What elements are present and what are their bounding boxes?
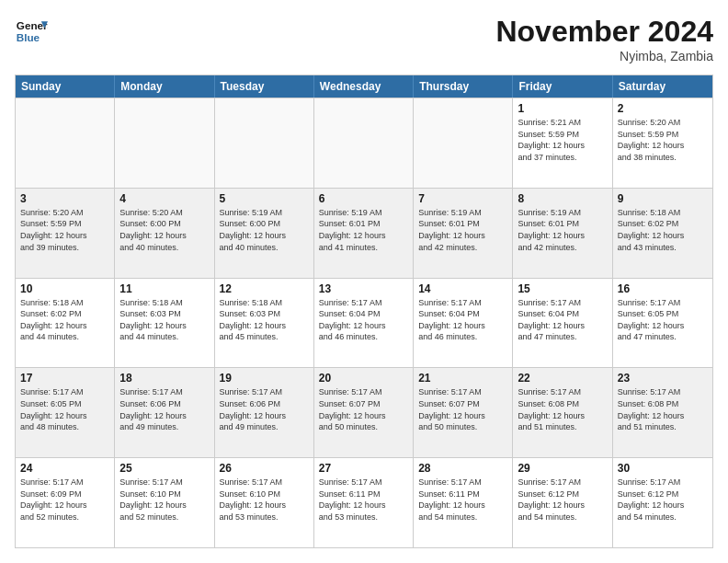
day-number: 27 xyxy=(319,462,408,475)
calendar-row-3: 17Sunrise: 5:17 AM Sunset: 6:05 PM Dayli… xyxy=(16,367,712,457)
day-info: Sunrise: 5:19 AM Sunset: 6:00 PM Dayligh… xyxy=(220,207,309,253)
calendar-cell-r2-c6: 16Sunrise: 5:17 AM Sunset: 6:05 PM Dayli… xyxy=(613,279,712,368)
calendar-cell-r0-c6: 2Sunrise: 5:20 AM Sunset: 5:59 PM Daylig… xyxy=(613,98,712,188)
day-info: Sunrise: 5:18 AM Sunset: 6:03 PM Dayligh… xyxy=(220,297,309,343)
day-number: 16 xyxy=(618,282,708,295)
day-info: Sunrise: 5:17 AM Sunset: 6:05 PM Dayligh… xyxy=(618,297,708,343)
day-number: 29 xyxy=(518,462,607,475)
calendar-cell-r1-c1: 4Sunrise: 5:20 AM Sunset: 6:00 PM Daylig… xyxy=(115,189,214,278)
calendar-cell-r2-c1: 11Sunrise: 5:18 AM Sunset: 6:03 PM Dayli… xyxy=(115,279,214,368)
calendar-cell-r3-c3: 20Sunrise: 5:17 AM Sunset: 6:07 PM Dayli… xyxy=(314,368,414,457)
calendar-row-0: 1Sunrise: 5:21 AM Sunset: 5:59 PM Daylig… xyxy=(16,98,712,188)
day-info: Sunrise: 5:17 AM Sunset: 6:12 PM Dayligh… xyxy=(618,477,708,523)
calendar-cell-r4-c5: 29Sunrise: 5:17 AM Sunset: 6:12 PM Dayli… xyxy=(513,458,612,547)
calendar-row-2: 10Sunrise: 5:18 AM Sunset: 6:02 PM Dayli… xyxy=(16,278,712,368)
day-info: Sunrise: 5:17 AM Sunset: 6:04 PM Dayligh… xyxy=(319,297,408,343)
day-info: Sunrise: 5:20 AM Sunset: 5:59 PM Dayligh… xyxy=(20,207,109,253)
day-number: 18 xyxy=(119,372,209,385)
calendar-cell-r1-c2: 5Sunrise: 5:19 AM Sunset: 6:00 PM Daylig… xyxy=(215,189,314,278)
calendar-cell-r3-c5: 22Sunrise: 5:17 AM Sunset: 6:08 PM Dayli… xyxy=(513,368,612,457)
day-number: 5 xyxy=(220,192,309,205)
day-info: Sunrise: 5:21 AM Sunset: 5:59 PM Dayligh… xyxy=(518,117,607,163)
calendar-cell-r2-c2: 12Sunrise: 5:18 AM Sunset: 6:03 PM Dayli… xyxy=(215,279,314,368)
day-info: Sunrise: 5:19 AM Sunset: 6:01 PM Dayligh… xyxy=(518,207,607,253)
calendar-cell-r1-c0: 3Sunrise: 5:20 AM Sunset: 5:59 PM Daylig… xyxy=(16,189,115,278)
day-info: Sunrise: 5:17 AM Sunset: 6:07 PM Dayligh… xyxy=(319,386,408,432)
calendar-cell-r1-c4: 7Sunrise: 5:19 AM Sunset: 6:01 PM Daylig… xyxy=(414,189,513,278)
day-number: 30 xyxy=(618,462,708,475)
calendar-cell-r0-c0 xyxy=(16,98,115,188)
day-info: Sunrise: 5:17 AM Sunset: 6:10 PM Dayligh… xyxy=(220,477,309,523)
day-number: 24 xyxy=(20,462,109,475)
day-info: Sunrise: 5:17 AM Sunset: 6:12 PM Dayligh… xyxy=(518,477,607,523)
day-number: 6 xyxy=(319,192,408,205)
calendar-cell-r3-c1: 18Sunrise: 5:17 AM Sunset: 6:06 PM Dayli… xyxy=(115,368,214,457)
day-info: Sunrise: 5:17 AM Sunset: 6:06 PM Dayligh… xyxy=(220,386,309,432)
day-number: 21 xyxy=(418,372,507,385)
day-info: Sunrise: 5:17 AM Sunset: 6:08 PM Dayligh… xyxy=(618,386,708,432)
day-info: Sunrise: 5:18 AM Sunset: 6:02 PM Dayligh… xyxy=(618,207,708,253)
calendar-cell-r4-c0: 24Sunrise: 5:17 AM Sunset: 6:09 PM Dayli… xyxy=(16,458,115,547)
page: General Blue November 2024 Nyimba, Zambi… xyxy=(0,0,728,563)
calendar-cell-r0-c4 xyxy=(414,98,513,188)
calendar-cell-r0-c5: 1Sunrise: 5:21 AM Sunset: 5:59 PM Daylig… xyxy=(513,98,612,188)
header: General Blue November 2024 Nyimba, Zambi… xyxy=(15,15,713,63)
day-number: 12 xyxy=(220,282,309,295)
day-number: 11 xyxy=(119,282,209,295)
calendar-cell-r4-c3: 27Sunrise: 5:17 AM Sunset: 6:11 PM Dayli… xyxy=(314,458,414,547)
day-number: 1 xyxy=(518,102,607,115)
calendar-cell-r2-c0: 10Sunrise: 5:18 AM Sunset: 6:02 PM Dayli… xyxy=(16,279,115,368)
day-info: Sunrise: 5:17 AM Sunset: 6:08 PM Dayligh… xyxy=(518,386,607,432)
day-number: 19 xyxy=(220,372,309,385)
calendar-row-1: 3Sunrise: 5:20 AM Sunset: 5:59 PM Daylig… xyxy=(16,188,712,278)
day-info: Sunrise: 5:17 AM Sunset: 6:09 PM Dayligh… xyxy=(20,477,109,523)
calendar-cell-r0-c3 xyxy=(314,98,414,188)
header-wednesday: Wednesday xyxy=(314,75,414,98)
calendar-cell-r3-c4: 21Sunrise: 5:17 AM Sunset: 6:07 PM Dayli… xyxy=(414,368,513,457)
day-number: 15 xyxy=(518,282,607,295)
day-number: 17 xyxy=(20,372,109,385)
day-info: Sunrise: 5:20 AM Sunset: 6:00 PM Dayligh… xyxy=(119,207,209,253)
day-info: Sunrise: 5:20 AM Sunset: 5:59 PM Dayligh… xyxy=(618,117,708,163)
calendar-body: 1Sunrise: 5:21 AM Sunset: 5:59 PM Daylig… xyxy=(16,98,712,547)
day-number: 10 xyxy=(20,282,109,295)
calendar-cell-r2-c4: 14Sunrise: 5:17 AM Sunset: 6:04 PM Dayli… xyxy=(414,279,513,368)
day-number: 3 xyxy=(20,192,109,205)
calendar-cell-r4-c4: 28Sunrise: 5:17 AM Sunset: 6:11 PM Dayli… xyxy=(414,458,513,547)
calendar-row-4: 24Sunrise: 5:17 AM Sunset: 6:09 PM Dayli… xyxy=(16,457,712,547)
header-friday: Friday xyxy=(513,75,612,98)
calendar-cell-r0-c1 xyxy=(115,98,214,188)
logo-icon: General Blue xyxy=(15,15,48,48)
calendar-cell-r1-c5: 8Sunrise: 5:19 AM Sunset: 6:01 PM Daylig… xyxy=(513,189,612,278)
day-info: Sunrise: 5:19 AM Sunset: 6:01 PM Dayligh… xyxy=(418,207,507,253)
title-block: November 2024 Nyimba, Zambia xyxy=(495,15,713,63)
calendar-cell-r4-c1: 25Sunrise: 5:17 AM Sunset: 6:10 PM Dayli… xyxy=(115,458,214,547)
day-info: Sunrise: 5:17 AM Sunset: 6:07 PM Dayligh… xyxy=(418,386,507,432)
calendar-cell-r4-c6: 30Sunrise: 5:17 AM Sunset: 6:12 PM Dayli… xyxy=(613,458,712,547)
day-info: Sunrise: 5:17 AM Sunset: 6:10 PM Dayligh… xyxy=(119,477,209,523)
day-number: 20 xyxy=(319,372,408,385)
day-number: 23 xyxy=(618,372,708,385)
day-info: Sunrise: 5:17 AM Sunset: 6:04 PM Dayligh… xyxy=(418,297,507,343)
day-number: 7 xyxy=(418,192,507,205)
day-number: 28 xyxy=(418,462,507,475)
logo: General Blue xyxy=(15,15,48,48)
day-info: Sunrise: 5:17 AM Sunset: 6:11 PM Dayligh… xyxy=(418,477,507,523)
calendar: Sunday Monday Tuesday Wednesday Thursday… xyxy=(15,75,713,548)
calendar-cell-r1-c6: 9Sunrise: 5:18 AM Sunset: 6:02 PM Daylig… xyxy=(613,189,712,278)
calendar-cell-r2-c5: 15Sunrise: 5:17 AM Sunset: 6:04 PM Dayli… xyxy=(513,279,612,368)
calendar-header: Sunday Monday Tuesday Wednesday Thursday… xyxy=(16,75,712,98)
day-info: Sunrise: 5:17 AM Sunset: 6:05 PM Dayligh… xyxy=(20,386,109,432)
calendar-cell-r0-c2 xyxy=(215,98,314,188)
calendar-cell-r4-c2: 26Sunrise: 5:17 AM Sunset: 6:10 PM Dayli… xyxy=(215,458,314,547)
calendar-cell-r2-c3: 13Sunrise: 5:17 AM Sunset: 6:04 PM Dayli… xyxy=(314,279,414,368)
day-number: 2 xyxy=(618,102,708,115)
header-sunday: Sunday xyxy=(16,75,115,98)
month-title: November 2024 xyxy=(495,15,713,49)
calendar-cell-r3-c2: 19Sunrise: 5:17 AM Sunset: 6:06 PM Dayli… xyxy=(215,368,314,457)
day-info: Sunrise: 5:18 AM Sunset: 6:03 PM Dayligh… xyxy=(119,297,209,343)
day-info: Sunrise: 5:17 AM Sunset: 6:06 PM Dayligh… xyxy=(119,386,209,432)
header-monday: Monday xyxy=(115,75,214,98)
header-thursday: Thursday xyxy=(414,75,513,98)
day-info: Sunrise: 5:17 AM Sunset: 6:11 PM Dayligh… xyxy=(319,477,408,523)
